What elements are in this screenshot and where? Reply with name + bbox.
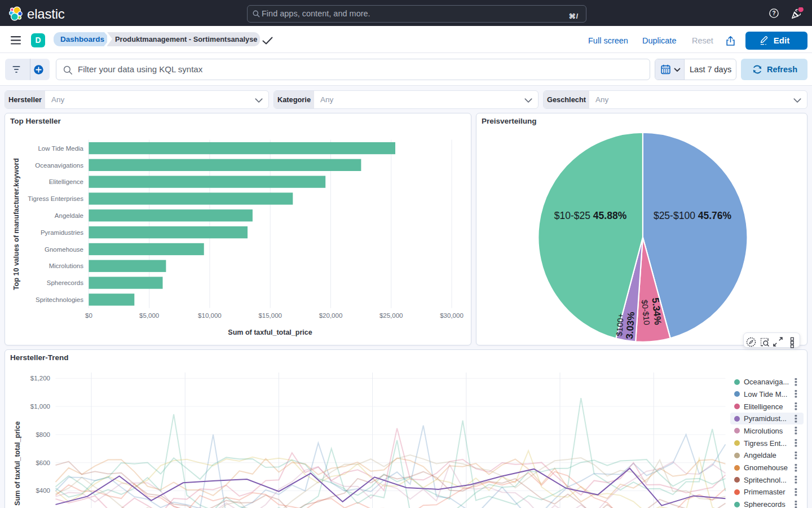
- svg-text:Angeldale: Angeldale: [55, 212, 83, 219]
- svg-text:Oceanavigations: Oceanavigations: [35, 162, 83, 169]
- svg-text:?: ?: [772, 10, 775, 16]
- svg-text:5.34%$0-$10: 5.34%$0-$10: [640, 297, 664, 327]
- svg-text:$5,000: $5,000: [139, 312, 159, 319]
- svg-text:$25,000: $25,000: [379, 312, 403, 319]
- svg-text:Top 10 values of manufacturer.: Top 10 values of manufacturer.keyword: [12, 158, 20, 290]
- svg-text:$20,000: $20,000: [319, 312, 343, 319]
- svg-text:Sum of taxful_total_price: Sum of taxful_total_price: [14, 421, 21, 505]
- svg-text:$25-$100 45.76%: $25-$100 45.76%: [654, 210, 732, 221]
- svg-text:$400: $400: [36, 487, 50, 494]
- svg-text:$100+3.03%: $100+3.03%: [615, 311, 637, 340]
- svg-text:Spritechnologies: Spritechnologies: [36, 296, 83, 303]
- svg-text:$600: $600: [36, 459, 50, 466]
- svg-text:Spherecords: Spherecords: [47, 279, 83, 286]
- svg-text:$30,000: $30,000: [440, 312, 464, 319]
- svg-text:Pyramidustries: Pyramidustries: [41, 229, 83, 236]
- svg-text:Microlutions: Microlutions: [49, 262, 84, 269]
- svg-text:$800: $800: [36, 431, 50, 438]
- svg-text:$0: $0: [85, 312, 92, 319]
- svg-text:$1,000: $1,000: [30, 403, 50, 410]
- svg-text:Sum of taxful_total_price: Sum of taxful_total_price: [228, 329, 312, 336]
- svg-text:Tigress Enterprises: Tigress Enterprises: [28, 195, 83, 202]
- svg-text:Elitelligence: Elitelligence: [49, 178, 83, 185]
- svg-text:$1,200: $1,200: [30, 375, 50, 382]
- svg-text:Gnomehouse: Gnomehouse: [45, 246, 83, 253]
- svg-text:$10-$25 45.88%: $10-$25 45.88%: [554, 210, 627, 221]
- svg-text:Low Tide Media: Low Tide Media: [38, 145, 83, 152]
- svg-text:$10,000: $10,000: [198, 312, 222, 319]
- svg-text:$15,000: $15,000: [258, 312, 282, 319]
